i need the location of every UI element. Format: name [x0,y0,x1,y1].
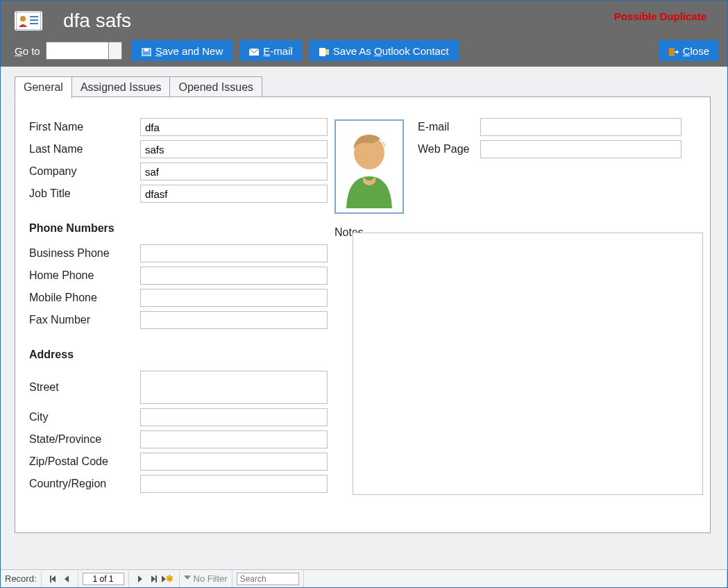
filter-indicator[interactable]: No Filter [180,571,232,587]
duplicate-warning: Possible Duplicate [614,10,706,22]
fax-number-input[interactable] [140,311,328,329]
job-title-input[interactable] [140,185,328,203]
mail-icon [249,47,259,55]
label-company: Company [29,165,140,178]
home-phone-input[interactable] [140,267,328,285]
next-record-button[interactable] [133,572,147,586]
address-section-header: Address [29,348,335,361]
last-name-input[interactable] [140,140,328,158]
record-search-box[interactable] [237,573,299,585]
country-input[interactable] [140,475,328,493]
save-and-new-button[interactable]: Save and New [132,40,233,61]
tab-general[interactable]: General [15,76,72,99]
close-button[interactable]: Close [659,40,719,61]
notes-textarea[interactable] [353,233,703,495]
label-business-phone: Business Phone [29,247,140,260]
label-first-name: First Name [29,121,140,133]
tab-strip: General Assigned Issues Opened Issues [15,76,262,99]
prev-record-button[interactable] [60,572,74,586]
company-input[interactable] [140,162,328,180]
street-input[interactable] [140,371,328,404]
new-record-button[interactable]: ✱ [161,572,175,586]
svg-rect-9 [319,48,325,56]
label-mobile-phone: Mobile Phone [29,292,140,304]
svg-rect-11 [669,48,675,56]
state-input[interactable] [140,430,328,448]
email-input[interactable] [480,118,682,136]
header-bar: dfa safs Possible Duplicate Go to Save a… [1,1,727,67]
label-city: City [29,411,140,423]
business-phone-input[interactable] [140,244,328,262]
svg-rect-10 [325,49,329,55]
page-title: dfa safs [63,10,131,32]
contact-form-window: dfa safs Possible Duplicate Go to Save a… [0,0,728,588]
goto-dropdown[interactable] [46,42,122,60]
webpage-input[interactable] [480,140,682,158]
first-name-input[interactable] [140,118,328,136]
filter-icon [184,576,191,582]
phone-section-header: Phone Numbers [29,222,335,235]
label-webpage: Web Page [418,143,480,156]
label-email: E-mail [418,121,480,133]
save-as-outlook-button[interactable]: Save As Outlook Contact [310,40,459,61]
last-record-button[interactable] [147,572,161,586]
goto-label[interactable]: Go to [15,45,40,57]
label-job-title: Job Title [29,187,140,200]
door-exit-icon [669,47,679,55]
label-home-phone: Home Phone [29,269,140,282]
save-icon [142,47,151,55]
outlook-icon [319,47,329,55]
contact-photo[interactable] [335,119,404,214]
label-street: Street [29,381,140,394]
mobile-phone-input[interactable] [140,289,328,307]
label-country: Country/Region [29,478,140,490]
label-fax-number: Fax Number [29,314,140,326]
tab-assigned-issues[interactable]: Assigned Issues [71,76,171,99]
general-tab-panel: First Name Last Name Company Job Title P… [15,96,711,533]
email-button[interactable]: E-mail [239,40,303,61]
record-position-box[interactable] [83,573,124,585]
label-state: State/Province [29,433,140,446]
record-navigation-bar: Record: ✱ No Filter [1,569,727,587]
label-last-name: Last Name [29,143,140,156]
city-input[interactable] [140,408,328,426]
first-record-button[interactable] [46,572,60,586]
label-zip: Zip/Postal Code [29,455,140,468]
tab-opened-issues[interactable]: Opened Issues [169,76,262,99]
svg-point-1 [20,16,26,22]
left-column: First Name Last Name Company Job Title P… [29,118,335,497]
record-label: Record: [1,571,42,587]
toolbar: Go to Save and New E-mail Save As Outloo… [15,40,719,62]
zip-input[interactable] [140,453,328,471]
chevron-down-icon [113,48,119,51]
contact-card-icon [15,11,42,31]
svg-rect-7 [144,49,149,51]
